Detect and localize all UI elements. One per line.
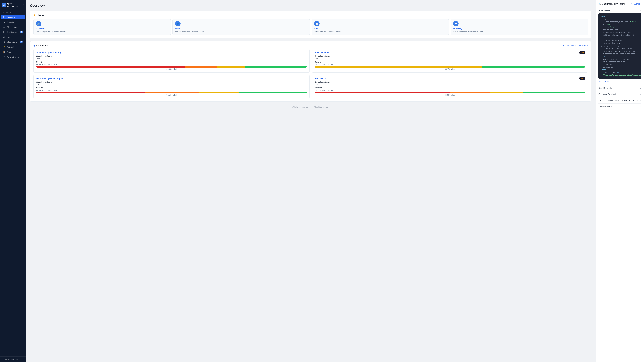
awssoc2-badge: AWS	[580, 77, 585, 79]
integrations-badge: 4	[20, 41, 23, 43]
load-balancers-chevron: ∨	[640, 105, 641, 108]
sidebar-item-compliance-label: Compliance	[7, 21, 17, 23]
invite-icon-wrap: 👤	[175, 21, 180, 26]
sidebar-item-finder-label: Finder	[7, 36, 12, 38]
sidebar-nav: ⊞ Overview 🛡 Compliance ☰ All Incidents …	[0, 14, 26, 357]
sidebar-item-incidents[interactable]: ☰ All Incidents	[1, 24, 25, 29]
dashboards-icon: ◫	[3, 31, 6, 33]
sidebar-footer: admin@example.com ≡	[0, 357, 26, 362]
sidebar-section-overview-label: OVERVIEW	[0, 10, 26, 14]
connect-icon-wrap: 🔗	[36, 21, 42, 26]
shortcuts-grid: 🔗 Connect › Setup Integrations and enabl…	[34, 19, 588, 35]
sidebar-item-integrations[interactable]: ⊕ Integrations 4	[1, 39, 25, 44]
incidents-icon: ☰	[3, 26, 6, 28]
jobs-icon: 📋	[3, 51, 6, 53]
sidebar-item-compliance[interactable]: 🛡 Compliance	[1, 19, 25, 24]
sidebar: open governance ‹ OVERVIEW ⊞ Overview 🛡 …	[0, 0, 26, 362]
awsnist-title[interactable]: AWS NIST Cybersecurity Fr...	[36, 77, 307, 79]
app-logo-icon	[2, 3, 6, 7]
finder-icon: ◎	[3, 36, 6, 38]
acs-progress-bar	[36, 66, 307, 68]
compliance-card-awssoc2: AWS SOC 2 AWS Compliance Score 13% Sever…	[312, 75, 588, 98]
sidebar-item-incidents-label: All Incidents	[7, 26, 17, 28]
awscis-bar-yellow	[314, 66, 482, 68]
sidebar-item-administration[interactable]: ⚙ Adminstration	[1, 54, 25, 59]
sidebar-logo: open governance ‹	[0, 0, 26, 10]
awsnist-bar-green	[239, 92, 307, 93]
audit-label: Audit ›	[314, 28, 446, 30]
main-content: Overview ✦ Shortcuts 🔗 Connect › Setup I…	[26, 0, 596, 362]
sidebar-collapse-button[interactable]: ‹	[23, 3, 24, 6]
inventory-icon-wrap: 🗃	[453, 21, 459, 26]
all-frameworks-link[interactable]: All Compliance Frameworks ›	[563, 44, 588, 46]
footer-email: admin@example.com	[2, 358, 18, 360]
panel-title: 🔍 Bookmarked Inventory	[598, 3, 625, 5]
sidebar-item-dashboards-label: Dashboards	[7, 31, 17, 33]
bookmark-container-workload[interactable]: Container Workload ∨	[598, 91, 641, 97]
search-icon: 🔍	[598, 3, 601, 5]
overview-icon: ⊞	[3, 16, 6, 18]
acs-title[interactable]: Australian Cyber Security...	[36, 51, 307, 54]
right-panel: 🔍 Bookmarked Inventory All Queries › AI …	[596, 0, 644, 362]
sidebar-item-automation[interactable]: ⚡ Automation	[1, 44, 25, 49]
compliance-card-awscis: AWS CIS v3.0.0 AWS Compliance Score 32% …	[312, 49, 588, 73]
bookmark-list-cloud-vm[interactable]: List Cloud VM Workloads for AWS and Azur…	[598, 97, 641, 103]
integrations-icon: ⊕	[3, 41, 6, 43]
sidebar-item-integrations-label: Integrations	[7, 41, 17, 43]
awsnist-bar-orange	[144, 92, 198, 93]
ai-workload-label: AI Workload	[598, 9, 610, 11]
awssoc2-bar-yellow	[490, 92, 523, 93]
shortcuts-card: ✦ Shortcuts 🔗 Connect › Setup Integratio…	[30, 10, 591, 38]
compliance-section-title: ◎ Compliance	[34, 44, 48, 47]
awsnist-bar-red	[36, 92, 144, 93]
awssoc2-bar-red	[314, 92, 450, 93]
awssoc2-bar-orange	[450, 92, 490, 93]
sidebar-item-finder[interactable]: ◎ Finder	[1, 34, 25, 39]
compliance-card-acs: Australian Cyber Security... Compliance …	[34, 49, 310, 73]
invite-arrow: ›	[181, 28, 182, 30]
shortcut-inventory[interactable]: 🗃 Inventory › See all workloads - from c…	[450, 19, 588, 35]
connect-label: Connect ›	[36, 28, 168, 30]
sidebar-item-admin-label: Adminstration	[7, 56, 18, 58]
shortcut-invite[interactable]: 👤 Invite › Add new users and govern as a…	[172, 19, 310, 35]
inventory-label: Inventory ›	[453, 28, 585, 30]
compliance-header: ◎ Compliance All Compliance Frameworks ›	[34, 44, 588, 47]
automation-icon: ⚡	[3, 46, 6, 48]
main-footer: © 2024 open governance. All rights reser…	[30, 104, 591, 110]
run-query-button[interactable]: Run Query ›	[598, 80, 641, 82]
awscis-badge: AWS	[580, 51, 585, 54]
awscis-progress-bar	[314, 66, 585, 68]
bookmark-load-balancers[interactable]: Load Balancers ∨	[598, 103, 641, 110]
inventory-desc: See all workloads - from code to cloud	[453, 30, 585, 33]
inventory-arrow: ›	[463, 28, 463, 30]
awsnist-bar-yellow	[198, 92, 239, 93]
acs-bar-yellow	[218, 66, 244, 68]
menu-icon[interactable]: ≡	[23, 358, 24, 360]
all-queries-arrow: ›	[641, 3, 641, 5]
connect-desc: Setup Integrations and enable visibility	[36, 30, 168, 33]
invite-desc: Add new users and govern as a team	[175, 30, 307, 33]
panel-header: 🔍 Bookmarked Inventory All Queries ›	[598, 3, 641, 5]
shortcuts-star-icon: ✦	[34, 14, 36, 17]
sidebar-item-dashboards[interactable]: ◫ Dashboards 6	[1, 29, 25, 34]
sidebar-item-jobs[interactable]: 📋 Jobs	[1, 49, 25, 54]
audit-arrow: ›	[320, 28, 320, 30]
compliance-grid: Australian Cyber Security... Compliance …	[34, 49, 588, 98]
all-queries-link[interactable]: All Queries ›	[631, 3, 641, 5]
awscis-title[interactable]: AWS CIS v3.0.0 AWS	[314, 51, 585, 54]
sidebar-item-overview[interactable]: ⊞ Overview	[1, 14, 25, 19]
shortcut-connect[interactable]: 🔗 Connect › Setup Integrations and enabl…	[34, 19, 171, 35]
compliance-card-awsnist: AWS NIST Cybersecurity Fr... Compliance …	[34, 75, 310, 98]
sidebar-item-jobs-label: Jobs	[7, 51, 11, 53]
ai-workload-chevron[interactable]: ∧	[640, 9, 641, 12]
shortcut-audit[interactable]: 📋 Audit › Review and run compliance chec…	[312, 19, 449, 35]
awssoc2-title[interactable]: AWS SOC 2 AWS	[314, 77, 585, 79]
page-title: Overview	[30, 4, 591, 7]
run-query-arrow: ›	[608, 80, 609, 82]
invite-label: Invite ›	[175, 28, 307, 30]
awssoc2-progress-bar	[314, 92, 585, 93]
acs-bar-red	[36, 66, 185, 68]
connect-arrow: ›	[44, 28, 45, 30]
bookmark-cloud-networks[interactable]: Cloud Networks ∨	[598, 85, 641, 91]
list-cloud-vm-chevron: ∨	[640, 99, 641, 102]
